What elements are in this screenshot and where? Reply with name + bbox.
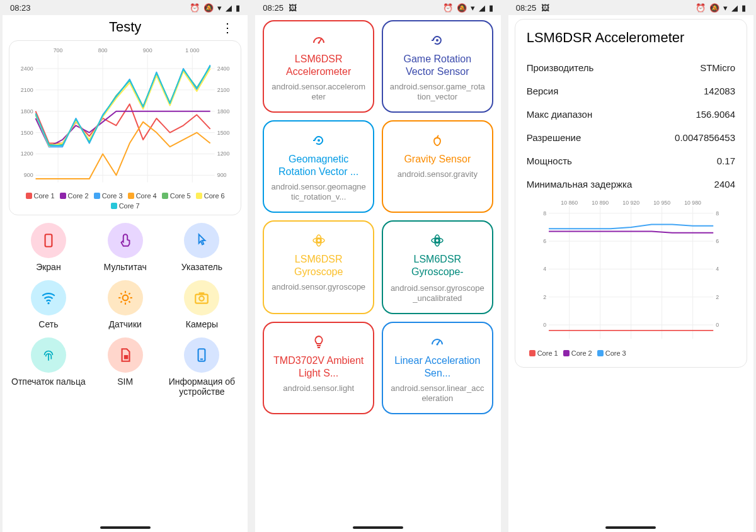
sensor-card[interactable]: LSM6DSR Gyroscopeandroid.sensor.gyroscop… <box>263 220 374 314</box>
svg-point-28 <box>122 295 128 300</box>
svg-text:700: 700 <box>54 47 63 54</box>
sensor-card[interactable]: LSM6DSR Gyroscope-Uncalibratedandroid.se… <box>382 220 493 314</box>
spin-icon <box>428 232 446 249</box>
touch-icon <box>108 223 143 258</box>
battery-icon: ▮ <box>742 3 746 13</box>
svg-text:1500: 1500 <box>21 130 33 136</box>
legend-item: Core 3 <box>94 192 123 200</box>
svg-text:4: 4 <box>543 266 546 272</box>
category-camera[interactable]: Камеры <box>165 280 239 330</box>
sensor-card[interactable]: TMD3702V Ambient Light S...android.senso… <box>263 322 374 414</box>
signal-icon: ◢ <box>226 3 232 13</box>
wifi-icon: ▾ <box>471 3 475 13</box>
sensor-detail-title: LSM6DSR Accelerometer <box>527 30 735 46</box>
svg-text:4: 4 <box>716 266 719 272</box>
svg-point-45 <box>436 39 438 42</box>
svg-text:0: 0 <box>716 322 719 328</box>
sensor-type: android.sensor.linear_acceleration <box>389 383 486 403</box>
legend-item: Core 3 <box>597 349 626 357</box>
svg-point-50 <box>435 239 439 242</box>
cpu-line-chart: 9009001200120015001500180018002100210024… <box>13 45 237 190</box>
battery-icon: ▮ <box>236 3 240 13</box>
sensor-properties: ПроизводительSTMicroВерсия142083Макс диа… <box>527 56 735 196</box>
category-wifi[interactable]: Сеть <box>11 280 86 330</box>
phone-icon <box>31 223 66 258</box>
status-icons: ⏰ 🔕 ▾ ◢ ▮ <box>190 3 240 13</box>
category-label: Информация об устройстве <box>165 376 239 398</box>
category-sim[interactable]: SIM <box>88 337 163 398</box>
category-pointer[interactable]: Указатель <box>165 223 239 273</box>
status-bar: 08:25 🖼 ⏰ 🔕 ▾ ◢ ▮ <box>508 0 753 15</box>
svg-text:900: 900 <box>143 47 152 54</box>
sensor-card[interactable]: Gravity Sensorandroid.sensor.gravity <box>382 120 493 213</box>
svg-text:900: 900 <box>217 172 227 178</box>
cpu-chart-card: 9009001200120015001500180018002100210024… <box>9 40 241 215</box>
legend-item: Core 1 <box>26 192 55 200</box>
sensor-type: android.sensor.game_rotation_vector <box>389 82 486 101</box>
property-row: ПроизводительSTMicro <box>527 56 735 79</box>
property-value: 0.0047856453 <box>675 132 735 143</box>
category-phone[interactable]: Экран <box>11 223 86 273</box>
signal-icon: ◢ <box>731 3 738 13</box>
more-icon[interactable]: ⋮ <box>221 20 234 35</box>
nav-bar[interactable] <box>3 523 248 532</box>
svg-text:6: 6 <box>543 238 546 244</box>
legend-item: Core 2 <box>60 192 89 200</box>
property-row: Версия142083 <box>527 79 735 103</box>
svg-text:1 000: 1 000 <box>185 47 199 54</box>
category-grid: ЭкранМультитачУказательСетьДатчикиКамеры… <box>9 215 241 405</box>
sensor-type: android.sensor.gyroscope_uncalibrated <box>389 283 486 303</box>
title-bar: Testy ⋮ <box>9 15 241 39</box>
spin-icon <box>310 232 328 249</box>
category-touch[interactable]: Мультитач <box>88 223 163 273</box>
clock: 08:25 <box>263 3 284 13</box>
svg-text:1200: 1200 <box>21 150 33 157</box>
legend-item: Core 2 <box>563 349 592 357</box>
svg-text:8: 8 <box>543 210 546 217</box>
svg-line-33 <box>120 293 122 294</box>
property-key: Мощность <box>527 156 572 166</box>
sensor-card[interactable]: Linear Acceleration Sen...android.sensor… <box>382 322 493 414</box>
nav-bar[interactable] <box>255 523 500 532</box>
svg-rect-39 <box>199 292 205 294</box>
sensor-card[interactable]: Game Rotation Vector Sensorandroid.senso… <box>382 20 493 113</box>
category-device[interactable]: Информация об устройстве <box>165 337 239 398</box>
sensor-type: android.sensor.gravity <box>398 169 478 179</box>
sensor-card[interactable]: Geomagnetic Rotation Vector ...android.s… <box>263 120 374 213</box>
svg-text:10 920: 10 920 <box>622 200 639 206</box>
nav-bar[interactable] <box>508 523 753 532</box>
finger-icon <box>31 337 66 373</box>
clock: 08:23 <box>10 3 31 13</box>
sensor-type: android.sensor.geomagnetic_rotation_v... <box>270 182 367 201</box>
svg-line-35 <box>120 301 122 302</box>
apple-icon <box>428 132 446 149</box>
svg-text:800: 800 <box>98 47 108 54</box>
svg-text:10 860: 10 860 <box>561 200 578 206</box>
svg-rect-26 <box>45 234 52 247</box>
svg-text:2100: 2100 <box>217 87 230 93</box>
signal-icon: ◢ <box>479 3 485 13</box>
svg-text:2100: 2100 <box>21 87 33 93</box>
sensor-type: android.sensor.gyroscope <box>272 282 365 292</box>
sensor-name: Linear Acceleration Sen... <box>389 354 486 380</box>
mute-icon: 🔕 <box>457 3 467 13</box>
rotate-icon <box>428 31 446 49</box>
category-sun[interactable]: Датчики <box>88 280 163 330</box>
sensor-card[interactable]: LSM6DSR Accelerometerandroid.sensor.acce… <box>263 20 374 113</box>
svg-text:900: 900 <box>24 172 33 178</box>
battery-icon: ▮ <box>489 3 493 13</box>
sensor-name: TMD3702V Ambient Light S... <box>270 354 367 380</box>
category-finger[interactable]: Отпечаток пальца <box>11 337 86 398</box>
picture-icon: 🖼 <box>541 3 549 13</box>
svg-text:2: 2 <box>716 294 719 300</box>
status-bar: 08:25 🖼 ⏰ 🔕 ▾ ◢ ▮ <box>255 0 500 15</box>
wifi-icon: ▾ <box>723 3 728 13</box>
legend-item: Core 1 <box>529 349 558 357</box>
status-bar: 08:23 ⏰ 🔕 ▾ ◢ ▮ <box>3 0 248 15</box>
svg-line-36 <box>129 293 130 294</box>
property-key: Минимальная задержка <box>527 179 633 190</box>
gauge-icon <box>310 31 328 49</box>
property-value: STMicro <box>700 62 735 73</box>
legend-item: Core 4 <box>128 192 157 200</box>
sensor-name: LSM6DSR Gyroscope-Uncalibrated <box>389 253 486 280</box>
